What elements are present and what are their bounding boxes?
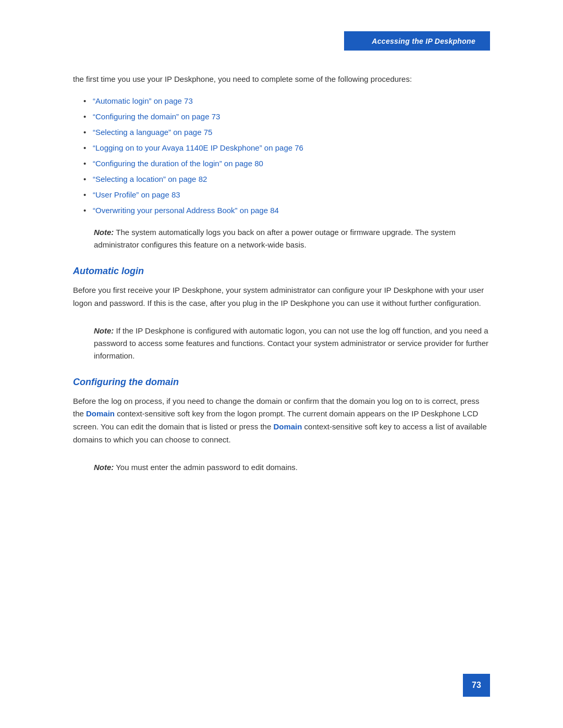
note-label-3: Note: — [94, 463, 114, 472]
list-item-link[interactable]: “Configuring the domain” on page 73 — [93, 112, 220, 121]
list-item: “Configuring the duration of the login” … — [83, 157, 490, 170]
section-heading-automatic-login: Automatic login — [73, 266, 490, 277]
list-item: “Configuring the domain” on page 73 — [83, 110, 490, 123]
list-item-link[interactable]: “Configuring the duration of the login” … — [93, 159, 263, 168]
list-item-link[interactable]: “User Profile” on page 83 — [93, 190, 180, 199]
list-item: “Automatic login” on page 73 — [83, 95, 490, 107]
list-item-link[interactable]: “Selecting a location” on page 82 — [93, 175, 207, 183]
intro-paragraph: the first time you use your IP Deskphone… — [73, 73, 490, 85]
bullet-list: “Automatic login” on page 73 “Configurin… — [83, 95, 490, 217]
note-label-1: Note: — [94, 228, 114, 237]
page-container: Accessing the IP Deskphone the first tim… — [0, 0, 563, 728]
list-item: “Overwriting your personal Address Book”… — [83, 204, 490, 217]
page-number-box: 73 — [463, 674, 490, 697]
note-text-3: You must enter the admin password to edi… — [114, 463, 298, 472]
note-block-2: Note: If the IP Deskphone is configured … — [94, 325, 490, 362]
list-item-link[interactable]: “Overwriting your personal Address Book”… — [93, 206, 279, 215]
list-item-link[interactable]: “Selecting a language” on page 75 — [93, 128, 212, 137]
note-text-2: If the IP Deskphone is configured with a… — [94, 326, 488, 360]
list-item: “Logging on to your Avaya 1140E IP Deskp… — [83, 142, 490, 154]
header-bar-title: Accessing the IP Deskphone — [372, 37, 475, 45]
note-block-1: Note: The system automatically logs you … — [94, 226, 490, 251]
section-configuring-domain: Configuring the domain Before the log on… — [73, 377, 490, 447]
list-item: “Selecting a language” on page 75 — [83, 126, 490, 139]
note-label-2: Note: — [94, 326, 114, 335]
configuring-domain-highlight-2: Domain — [273, 422, 302, 431]
header-bar: Accessing the IP Deskphone — [344, 31, 490, 51]
section-body-automatic-login: Before you first receive your IP Deskpho… — [73, 284, 490, 310]
section-automatic-login: Automatic login Before you first receive… — [73, 266, 490, 310]
section-body-configuring-domain: Before the log on process, if you need t… — [73, 395, 490, 447]
note-text-1: The system automatically logs you back o… — [94, 228, 456, 249]
section-heading-configuring-domain: Configuring the domain — [73, 377, 490, 388]
configuring-domain-highlight-1: Domain — [86, 409, 115, 418]
list-item: “User Profile” on page 83 — [83, 189, 490, 201]
page-number: 73 — [472, 681, 481, 690]
list-item: “Selecting a location” on page 82 — [83, 173, 490, 186]
list-item-link[interactable]: “Logging on to your Avaya 1140E IP Deskp… — [93, 143, 303, 152]
note-block-3: Note: You must enter the admin password … — [94, 461, 490, 474]
main-content: the first time you use your IP Deskphone… — [73, 73, 490, 474]
list-item-link[interactable]: “Automatic login” on page 73 — [93, 96, 193, 105]
